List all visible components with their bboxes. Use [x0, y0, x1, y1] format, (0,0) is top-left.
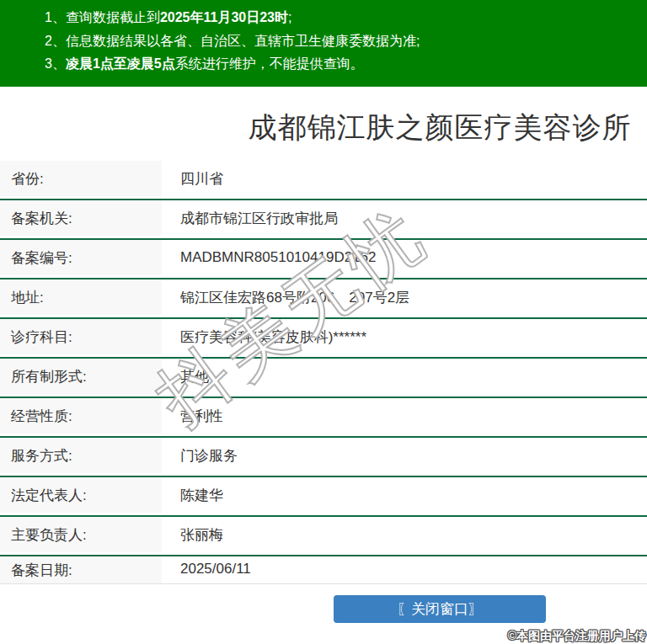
close-window-button[interactable]: 〖关闭窗口〗	[334, 595, 546, 623]
row-value: 张丽梅	[162, 517, 647, 555]
row-value: MADBMNR8051010419D2162	[162, 240, 647, 278]
table-row: 地址: 锦江区佳宏路68号附206、207号2层	[0, 279, 647, 319]
table-row: 备案编号: MADBMNR8051010419D2162	[0, 240, 647, 279]
notice-line-number: 3、	[45, 56, 66, 71]
row-label: 经营性质:	[0, 398, 162, 434]
clinic-title: 成都锦江肤之颜医疗美容诊所	[0, 110, 647, 144]
table-row: 备案机关: 成都市锦江区行政审批局	[0, 200, 647, 240]
table-row: 服务方式: 门诊服务	[0, 438, 647, 477]
table-row: 所有制形式: 其他	[0, 359, 647, 398]
row-label: 所有制形式:	[0, 359, 162, 394]
row-value: 锦江区佳宏路68号附206、207号2层	[162, 279, 647, 317]
notice-line-2: 2、信息数据结果以各省、自治区、直辖市卫生健康委数据为准;	[45, 29, 647, 53]
row-label: 备案编号:	[0, 240, 162, 275]
row-value: 2025/06/11	[162, 556, 647, 583]
notice-text: ;	[288, 10, 291, 24]
corner-watermark: ©本图由平台注册用户上传	[508, 629, 646, 644]
notice-banner: 1、查询数据截止到2025年11月30日23时; 2、信息数据结果以各省、自治区…	[0, 0, 647, 87]
notice-text-bold: 2025年11月30日23时	[160, 10, 288, 24]
notice-line-number: 2、	[45, 34, 66, 48]
notice-text-bold: 凌晨1点至凌晨5点	[66, 56, 175, 71]
info-table: 省份: 四川省 备案机关: 成都市锦江区行政审批局 备案编号: MADBMNR8…	[0, 161, 647, 584]
row-label: 省份:	[0, 161, 162, 196]
row-value: 医疗美容科(美容皮肤科)******	[162, 319, 647, 357]
row-label: 主要负责人:	[0, 517, 162, 552]
table-row: 诊疗科目: 医疗美容科(美容皮肤科)******	[0, 319, 647, 359]
row-value: 四川省	[162, 161, 647, 199]
row-value: 其他	[162, 359, 647, 397]
notice-line-number: 1、	[45, 10, 66, 24]
table-row: 经营性质: 营利性	[0, 398, 647, 438]
notice-text: 信息数据结果以各省、自治区、直辖市卫生健康委数据为准;	[66, 34, 420, 48]
notice-text: 查询数据截止到	[66, 10, 160, 24]
table-row: 省份: 四川省	[0, 161, 647, 200]
table-row: 法定代表人: 陈建华	[0, 477, 647, 517]
notice-line-1: 1、查询数据截止到2025年11月30日23时;	[45, 6, 647, 29]
row-label: 法定代表人:	[0, 477, 162, 513]
row-value: 门诊服务	[162, 438, 647, 476]
row-value: 陈建华	[162, 477, 647, 515]
table-row: 主要负责人: 张丽梅	[0, 517, 647, 556]
row-label: 备案机关:	[0, 200, 162, 236]
row-label: 诊疗科目:	[0, 319, 162, 354]
row-value: 营利性	[162, 398, 647, 436]
row-label: 地址:	[0, 279, 162, 315]
row-label: 服务方式:	[0, 438, 162, 473]
notice-text: 系统进行维护，不能提供查询。	[175, 56, 364, 71]
row-label: 备案日期:	[0, 556, 162, 583]
notice-line-3: 3、凌晨1点至凌晨5点系统进行维护，不能提供查询。	[45, 52, 647, 76]
page: 1、查询数据截止到2025年11月30日23时; 2、信息数据结果以各省、自治区…	[0, 0, 647, 623]
table-row: 备案日期: 2025/06/11	[0, 556, 647, 584]
row-value: 成都市锦江区行政审批局	[162, 200, 647, 238]
